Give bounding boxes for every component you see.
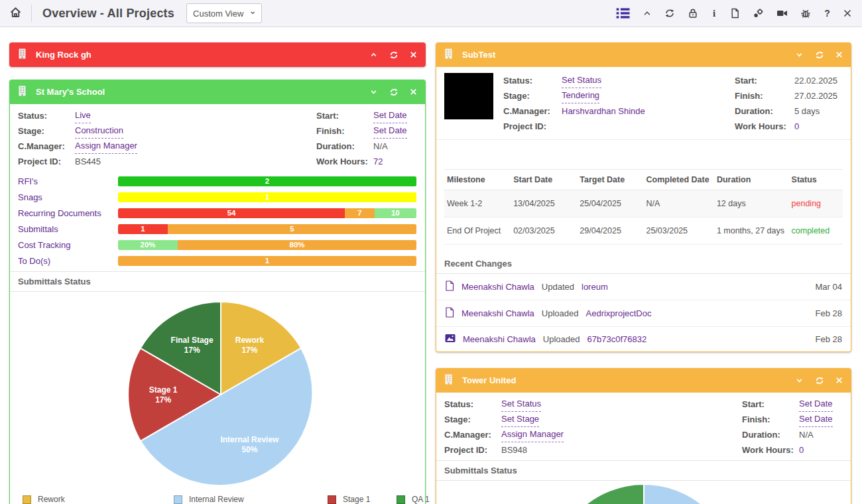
dashboard: King Rock gh St Mary's School [0,27,862,504]
column-header: Completed Date [643,170,713,190]
todos-bar: 1 [118,256,416,266]
close-icon[interactable] [835,377,843,384]
card-body: Status: Live Start: Set Date Stage: Cons… [9,104,426,504]
status-link[interactable]: Live [75,109,91,123]
milestones-table: Milestone Start Date Target Date Complet… [444,169,843,245]
lock-icon[interactable] [688,8,698,19]
change-target-link[interactable]: 67b73c0f76832 [587,334,647,344]
todos-link[interactable]: To Do(s) [18,256,118,266]
collapse-icon[interactable] [795,50,804,59]
work-hours-value: 0 [799,442,842,458]
bar-row: RFI's 2 [10,173,425,189]
change-date: Mar 04 [816,282,842,292]
close-icon[interactable] [410,88,417,95]
close-icon[interactable] [835,51,843,58]
cost-tracking-link[interactable]: Cost Tracking [18,240,118,250]
field-label: C.Manager: [444,427,501,442]
card-title: King Rock gh [36,50,92,60]
finish-date-link[interactable]: Set Date [373,125,407,139]
view-select-wrap: Custom View [186,3,262,23]
user-link[interactable]: Meenakshi Chawla [463,334,536,344]
field-label: Project ID: [18,154,75,169]
stage-link[interactable]: Set Stage [501,413,539,427]
bar-segment: 54 [118,208,345,218]
collapse-icon[interactable] [369,88,378,96]
field-label: Stage: [503,88,562,103]
assign-manager-link[interactable]: Assign Manager [501,428,564,442]
snags-link[interactable]: Snags [18,192,118,202]
pdf-icon[interactable] [730,8,740,19]
card-body: Status: Set Status Start: 22.02.2025 Sta… [436,67,851,352]
card-header: Tower United [436,368,851,393]
user-link[interactable]: Meenakshi Chawla [462,308,534,318]
pie-slice[interactable] [551,484,644,504]
info-icon[interactable]: i [711,8,717,19]
view-select[interactable]: Custom View [186,3,262,23]
legend-item: Stage 1 [328,495,397,504]
bar-segment: 10 [375,208,416,218]
bar-segment: 2 [118,176,416,186]
change-target-link[interactable]: AedrixprojectDoc [586,308,652,318]
milestone-completed: 25/03/2025 [643,218,713,245]
start-date-value: 22.02.2025 [794,73,842,88]
collapse-icon[interactable] [795,376,804,385]
field-label: C.Manager: [18,139,75,154]
building-icon [18,48,27,62]
start-date-link[interactable]: Set Date [373,109,407,123]
help-icon[interactable]: ? [824,8,831,19]
refresh-icon[interactable] [815,50,824,60]
column-header: Duration [714,170,789,190]
page-title: Overview - All Projects [42,7,174,21]
start-date-link[interactable]: Set Date [799,398,833,412]
close-icon[interactable] [410,51,417,58]
field-label: Finish: [316,123,373,139]
list-icon[interactable] [616,7,630,19]
field-label: Status: [444,397,501,412]
field-label: Start: [316,108,373,123]
bar-row: Submittals 15 [10,221,425,237]
status-link[interactable]: Set Status [501,398,541,412]
recurring-documents-link[interactable]: Recurring Documents [18,208,118,218]
bug-icon[interactable] [800,8,811,19]
table-row: End Of Project 02/03/2025 29/04/2025 25/… [444,218,843,245]
snags-bar: 1 [118,192,416,202]
legend-item: QA 1 [397,495,432,504]
finish-date-value: 27.02.2025 [794,88,842,103]
column-header: Start Date [511,170,577,190]
settings-icon[interactable] [753,8,764,19]
refresh-icon[interactable] [389,88,399,97]
finish-date-link[interactable]: Set Date [799,413,833,427]
close-icon[interactable] [843,9,851,17]
submittals-link[interactable]: Submittals [18,224,118,234]
expand-icon[interactable] [369,50,378,59]
user-link[interactable]: Meenakshi Chawla [462,282,534,292]
card-header: St Mary's School [9,80,426,104]
refresh-icon[interactable] [664,8,675,19]
refresh-icon[interactable] [389,50,399,60]
legend-swatch [328,495,336,504]
bar-segment: 1 [118,256,416,266]
project-id-value: BS948 [501,442,742,458]
duration-value: N/A [373,139,416,154]
metric-bars: RFI's 2 Snags 1 Recurring Documents 5471… [10,172,425,271]
submittals-status-heading: Submittals Status [436,460,851,481]
status-link[interactable]: Set Status [562,74,601,88]
milestone-duration: 1 months, 27 days [714,218,789,245]
rfis-link[interactable]: RFI's [18,176,118,186]
assign-manager-link[interactable]: Assign Manager [75,140,137,154]
pie-slice[interactable] [644,484,737,504]
bar-segment: 1 [118,192,416,202]
stage-link[interactable]: Construction [75,125,123,139]
project-thumbnail[interactable] [444,73,493,119]
project-id-value [562,119,735,134]
work-hours-value: 0 [794,119,842,134]
manager-link[interactable]: Harshvardhan Shinde [562,103,735,119]
collapse-up-icon[interactable] [643,9,652,18]
refresh-icon[interactable] [815,376,824,385]
video-camera-icon[interactable] [776,9,788,18]
building-icon [444,374,453,387]
stage-link[interactable]: Tendering [562,90,599,103]
change-target-link[interactable]: loreum [582,282,608,292]
field-label: Stage: [444,412,501,427]
home-icon[interactable] [9,6,22,21]
